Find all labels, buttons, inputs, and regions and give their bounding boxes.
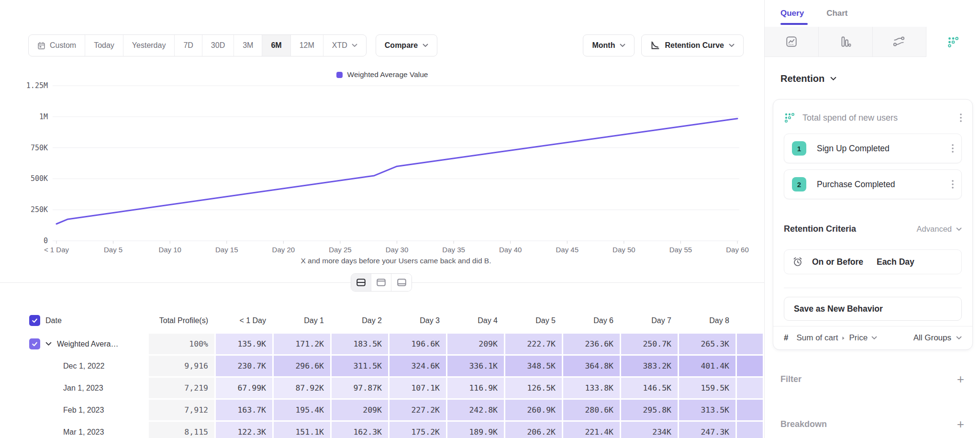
retention-value-cell[interactable]: 242.8K bbox=[447, 400, 504, 420]
view-toggle-table-only[interactable] bbox=[371, 274, 391, 291]
date-range-control: CustomTodayYesterday7D30D3M6M12MXTD bbox=[28, 34, 367, 56]
retention-value-cell[interactable]: 87.92K bbox=[274, 378, 330, 398]
retention-value-cell[interactable]: 116.9K bbox=[447, 378, 504, 398]
tab-flows[interactable] bbox=[873, 27, 927, 57]
column-header: Day 3 bbox=[390, 313, 446, 328]
x-axis-label: Day 50 bbox=[612, 246, 635, 254]
retention-value-cell[interactable]: 222.7K bbox=[505, 334, 562, 354]
retention-value-cell[interactable]: 196.6K bbox=[390, 334, 446, 354]
retention-value-cell[interactable]: 171.2K bbox=[274, 334, 330, 354]
row-checkbox[interactable] bbox=[29, 338, 40, 349]
date-range-6m[interactable]: 6M bbox=[262, 35, 290, 56]
report-type-tabs bbox=[765, 27, 980, 57]
retention-value-cell[interactable]: 195.4K bbox=[274, 400, 330, 420]
behavior-title[interactable]: Total spend of new users bbox=[802, 113, 953, 123]
weighted-average-line[interactable] bbox=[56, 119, 737, 224]
date-range-yesterday[interactable]: Yesterday bbox=[123, 35, 175, 56]
retention-value-cell[interactable]: 265.3K bbox=[679, 334, 735, 354]
date-range-label: XTD bbox=[332, 41, 347, 50]
tab-funnels[interactable] bbox=[819, 27, 873, 57]
view-toggle-split[interactable] bbox=[351, 274, 371, 291]
retention-value-cell[interactable]: 250.7K bbox=[621, 334, 678, 354]
retention-value-cell[interactable]: 383.2K bbox=[621, 356, 678, 376]
criteria-condition[interactable]: On or Before Each Day bbox=[784, 249, 962, 274]
retention-value-cell[interactable]: 126.5K bbox=[505, 378, 562, 398]
tab-query[interactable]: Query bbox=[780, 9, 804, 18]
retention-value-cell[interactable]: 163.7K bbox=[216, 400, 272, 420]
date-range-today[interactable]: Today bbox=[85, 35, 123, 56]
retention-value-cell[interactable]: 221.4K bbox=[563, 422, 620, 438]
column-header: Day 4 bbox=[447, 313, 504, 328]
retention-value-cell[interactable]: 364.8K bbox=[563, 356, 620, 376]
retention-value-cell[interactable]: 133.8K bbox=[563, 378, 620, 398]
date-range-custom[interactable]: Custom bbox=[29, 35, 85, 56]
retention-value-cell[interactable]: 209K bbox=[332, 400, 388, 420]
retention-value-cell[interactable]: 97.87K bbox=[332, 378, 388, 398]
retention-value-cell[interactable]: 313.5K bbox=[679, 400, 735, 420]
retention-value-cell[interactable]: 230.7K bbox=[216, 356, 272, 376]
expand-chevron-icon[interactable] bbox=[45, 342, 52, 346]
tab-chart[interactable]: Chart bbox=[826, 9, 847, 18]
retention-line-chart[interactable]: 0250K500K750K1M1.25M< 1 DayDay 5Day 10Da… bbox=[0, 62, 764, 266]
kebab-menu-icon[interactable] bbox=[952, 144, 954, 153]
date-range-xtd[interactable]: XTD bbox=[323, 35, 366, 56]
retention-value-cell[interactable]: 296.6K bbox=[274, 356, 330, 376]
column-header: Day 1 bbox=[274, 313, 330, 328]
all-groups-dropdown[interactable]: All Groups bbox=[913, 333, 962, 343]
retention-value-cell[interactable]: 260.9K bbox=[505, 400, 562, 420]
retention-value-cell[interactable]: 401.4K bbox=[679, 356, 735, 376]
retention-value-cell[interactable]: 151.1K bbox=[274, 422, 330, 438]
chevron-down-icon bbox=[352, 44, 357, 47]
measurement-property[interactable]: Sum of cart bbox=[796, 333, 838, 343]
kebab-menu-icon[interactable] bbox=[960, 113, 962, 122]
retention-value-cell[interactable]: 159.5K bbox=[679, 378, 735, 398]
retention-value-cell[interactable]: 107.1K bbox=[390, 378, 446, 398]
date-range-3m[interactable]: 3M bbox=[234, 35, 262, 56]
retention-value-cell[interactable]: 206.2K bbox=[505, 422, 562, 438]
retention-value-cell[interactable]: 247.3K bbox=[679, 422, 735, 438]
retention-value-cell[interactable]: 295.8K bbox=[621, 400, 678, 420]
retention-value-cell[interactable]: 135.9K bbox=[216, 334, 272, 354]
measurement-subproperty[interactable]: Price bbox=[849, 333, 868, 343]
retention-value-cell[interactable]: 209K bbox=[447, 334, 504, 354]
save-as-new-behavior-button[interactable]: Save as New Behavior bbox=[784, 297, 962, 321]
active-tab-underline bbox=[780, 23, 808, 25]
report-type-dropdown[interactable]: Retention bbox=[780, 73, 836, 84]
x-axis-label: Day 55 bbox=[669, 246, 692, 254]
retention-value-cell[interactable]: 227.2K bbox=[390, 400, 446, 420]
behavior-step[interactable]: 1Sign Up Completed bbox=[784, 134, 962, 163]
retention-value-cell[interactable]: 336.1K bbox=[447, 356, 504, 376]
retention-value-cell[interactable]: 183.5K bbox=[332, 334, 388, 354]
retention-value-cell[interactable]: 189.9K bbox=[447, 422, 504, 438]
date-range-7d[interactable]: 7D bbox=[175, 35, 202, 56]
view-toggle-chart-only[interactable] bbox=[391, 274, 412, 291]
add-filter-button[interactable]: + bbox=[957, 373, 964, 385]
retention-value-cell[interactable]: 236.6K bbox=[563, 334, 620, 354]
retention-value-cell[interactable]: 234K bbox=[621, 422, 678, 438]
kebab-menu-icon[interactable] bbox=[952, 180, 954, 189]
retention-value-cell[interactable]: 348.5K bbox=[505, 356, 562, 376]
date-range-12m[interactable]: 12M bbox=[291, 35, 323, 56]
retention-value-cell[interactable]: 280.6K bbox=[563, 400, 620, 420]
y-axis-label: 1.25M bbox=[26, 81, 48, 90]
tab-insights[interactable] bbox=[765, 27, 819, 57]
granularity-button[interactable]: Month bbox=[583, 34, 635, 56]
summary-row-label[interactable]: Weighted Average ... bbox=[25, 334, 147, 354]
chart-type-button[interactable]: Retention Curve bbox=[641, 34, 744, 56]
behavior-step[interactable]: 2Purchase Completed bbox=[784, 169, 962, 199]
compare-button[interactable]: Compare bbox=[376, 34, 437, 56]
tab-retention[interactable] bbox=[926, 27, 980, 57]
select-all-checkbox[interactable] bbox=[29, 315, 40, 326]
retention-value-cell[interactable]: 146.5K bbox=[621, 378, 678, 398]
retention-value-cell[interactable]: 311.5K bbox=[332, 356, 388, 376]
retention-value-cell[interactable]: 175.2K bbox=[390, 422, 446, 438]
date-range-label: 7D bbox=[183, 41, 193, 50]
date-range-30d[interactable]: 30D bbox=[202, 35, 234, 56]
retention-value-cell[interactable]: 122.3K bbox=[216, 422, 272, 438]
advanced-dropdown[interactable]: Advanced bbox=[917, 225, 962, 234]
retention-value-cell[interactable]: 324.6K bbox=[390, 356, 446, 376]
add-breakdown-button[interactable]: + bbox=[957, 418, 964, 430]
retention-value-cell[interactable]: 162.3K bbox=[332, 422, 388, 438]
retention-value-cell[interactable]: 67.99K bbox=[216, 378, 272, 398]
retention-icon bbox=[784, 112, 795, 124]
